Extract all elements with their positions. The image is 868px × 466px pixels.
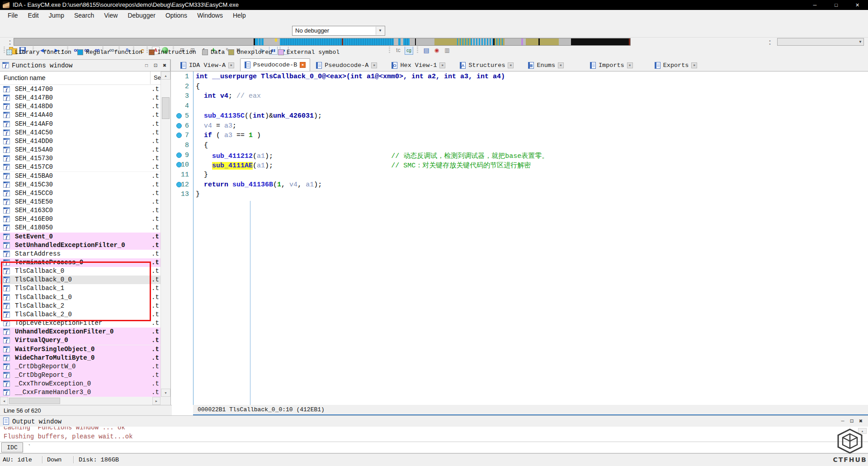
code-token[interactable]: );: [265, 152, 273, 160]
function-row-seh-414a40[interactable]: SEH_414A40.t: [0, 111, 160, 119]
tab-pseudocode-a[interactable]: Pseudocode-A✖: [312, 59, 381, 71]
code-token[interactable]: (: [212, 132, 224, 139]
functions-restore-button[interactable]: □: [143, 62, 150, 69]
idc-command-input[interactable]: `: [24, 442, 868, 453]
idc-language-button[interactable]: IDC: [1, 442, 23, 452]
navigation-band[interactable]: [14, 38, 631, 46]
code-token[interactable]: 1: [277, 181, 281, 189]
output-close-button[interactable]: ✖: [857, 418, 864, 425]
code-line-1[interactable]: int __userpurge TlsCallback_0_0@<eax>(in…: [196, 73, 505, 81]
menu-help[interactable]: Help: [228, 10, 251, 21]
tab-close-icon[interactable]: ✖: [228, 62, 234, 68]
code-token[interactable]: sub_4111AE: [212, 162, 253, 170]
code-token[interactable]: [273, 162, 391, 170]
tab-close-icon[interactable]: ✖: [627, 62, 633, 68]
function-row-seh-4147b0[interactable]: SEH_4147B0.t: [0, 94, 160, 102]
tab-hex-view-1[interactable]: OHex View-1✖: [387, 59, 449, 71]
function-row-setunhandledexceptionfilter-0[interactable]: SetUnhandledExceptionFilter_0.t: [0, 241, 160, 250]
menu-edit[interactable]: Edit: [23, 10, 44, 21]
code-token[interactable]: [196, 162, 212, 170]
code-token[interactable]: sub_411212: [212, 152, 253, 160]
function-row-seh-4154a0[interactable]: SEH_4154A0.t: [0, 146, 160, 154]
navband-scroll-arrow-icon[interactable]: ▼: [859, 40, 862, 44]
code-token[interactable]: // SMC：对关键存放关键代码的节区进行解密: [391, 162, 531, 170]
code-token[interactable]: int v4: [204, 92, 228, 100]
code-token[interactable]: int __userpurge TlsCallback_0_0@<eax>(in…: [196, 73, 505, 81]
tab-exports[interactable]: Exports✖: [651, 59, 702, 71]
code-token[interactable]: );: [314, 112, 322, 120]
pseudocode-view[interactable]: [171, 71, 868, 405]
code-token[interactable]: {: [196, 83, 200, 90]
function-row-seh-4148d0[interactable]: SEH_4148D0.t: [0, 102, 160, 111]
code-token[interactable]: [196, 122, 204, 130]
code-token[interactable]: // 动态反调试，检测到调试器，就把base表置零。: [391, 152, 548, 160]
function-row-seh-415c30[interactable]: SEH_415C30.t: [0, 181, 160, 189]
function-row-seh-414700[interactable]: SEH_414700.t: [0, 85, 160, 94]
tab-close-icon[interactable]: ✖: [691, 62, 697, 68]
scroll-down-icon[interactable]: ▼: [161, 389, 170, 397]
code-token[interactable]: ,: [297, 181, 306, 189]
code-token[interactable]: sub_41136B: [232, 181, 273, 189]
functions-column-header[interactable]: Function name Se: [0, 71, 160, 84]
tab-close-icon[interactable]: ✖: [439, 62, 445, 68]
code-token[interactable]: );: [265, 162, 273, 170]
code-token[interactable]: return: [204, 181, 228, 189]
code-line-5[interactable]: sub_41135C((int)&unk_426031);: [196, 112, 322, 120]
output-log[interactable]: caching 'Functions window'... okFlushing…: [0, 427, 868, 442]
menu-search[interactable]: Search: [69, 10, 99, 21]
code-token[interactable]: [196, 112, 204, 120]
maximize-button[interactable]: □: [826, 0, 847, 10]
code-token[interactable]: [228, 181, 232, 189]
functions-float-button[interactable]: ⊡: [152, 62, 159, 69]
breakpoint-dot[interactable]: [176, 113, 182, 119]
function-row-startaddress[interactable]: StartAddress.t: [0, 250, 160, 258]
code-token[interactable]: a1: [306, 181, 314, 189]
menu-windows[interactable]: Windows: [192, 10, 228, 21]
output-float-button[interactable]: ⊡: [848, 418, 855, 425]
breakpoint-dot[interactable]: [176, 152, 182, 158]
code-token[interactable]: unk_426031: [273, 112, 314, 120]
code-token[interactable]: [196, 181, 204, 189]
scrollbar-thumb[interactable]: [9, 398, 60, 404]
code-token[interactable]: if: [204, 132, 212, 139]
code-token[interactable]: (: [273, 181, 277, 189]
scroll-left-icon[interactable]: ◄: [0, 397, 8, 405]
tab-pseudocode-b[interactable]: Pseudocode-B✖: [240, 58, 310, 71]
function-row-widechartomultibyte-0[interactable]: WideCharToMultiByte_0.t: [0, 354, 160, 362]
function-row-seh-415730[interactable]: SEH_415730.t: [0, 154, 160, 163]
function-row-seh-414af0[interactable]: SEH_414AF0.t: [0, 120, 160, 128]
function-row-seh-4157c0[interactable]: SEH_4157C0.t: [0, 163, 160, 171]
close-button[interactable]: ✕: [847, 0, 868, 10]
code-token[interactable]: [196, 92, 204, 100]
code-token[interactable]: ): [253, 132, 261, 139]
breakpoint-dot[interactable]: [176, 123, 182, 128]
function-row-seh-415e50[interactable]: SEH_415E50.t: [0, 198, 160, 206]
code-token[interactable]: [196, 152, 212, 160]
code-token[interactable]: }: [196, 190, 200, 198]
scroll-right-icon[interactable]: ►: [152, 397, 160, 405]
function-row-seh-418050[interactable]: SEH_418050.t: [0, 223, 160, 232]
code-token[interactable]: }: [196, 171, 208, 179]
code-token[interactable]: a3: [224, 132, 232, 139]
code-token[interactable]: // eax: [236, 92, 261, 100]
navband-scroll-box[interactable]: ▼: [777, 38, 864, 46]
code-line-9[interactable]: sub_411212(a1); // 动态反调试，检测到调试器，就把base表置…: [196, 152, 548, 160]
code-token[interactable]: a1: [257, 162, 265, 170]
function-row-crtdbgreport-0[interactable]: _CrtDbgReport_0.t: [0, 371, 160, 380]
code-token[interactable]: int: [253, 112, 265, 120]
output-minimize-button[interactable]: ─: [839, 418, 846, 425]
tab-close-icon[interactable]: ✖: [508, 62, 514, 68]
code-line-2[interactable]: {: [196, 83, 200, 90]
column-segment[interactable]: Se: [154, 74, 161, 81]
menu-file[interactable]: File: [3, 10, 23, 21]
tab-close-icon[interactable]: ✖: [300, 62, 306, 68]
function-row-waitforsingleobject-0[interactable]: WaitForSingleObject_0.t: [0, 345, 160, 354]
code-token[interactable]: (: [253, 152, 257, 160]
code-line-8[interactable]: {: [196, 142, 208, 149]
code-token[interactable]: a3: [224, 122, 232, 130]
code-token[interactable]: sub_41135C: [204, 112, 245, 120]
function-row-unhandledexceptionfilter-0[interactable]: UnhandledExceptionFilter_0.t: [0, 328, 160, 336]
function-row-seh-415cc0[interactable]: SEH_415CC0.t: [0, 189, 160, 198]
code-line-11[interactable]: }: [196, 171, 208, 179]
code-token[interactable]: {: [196, 142, 208, 149]
